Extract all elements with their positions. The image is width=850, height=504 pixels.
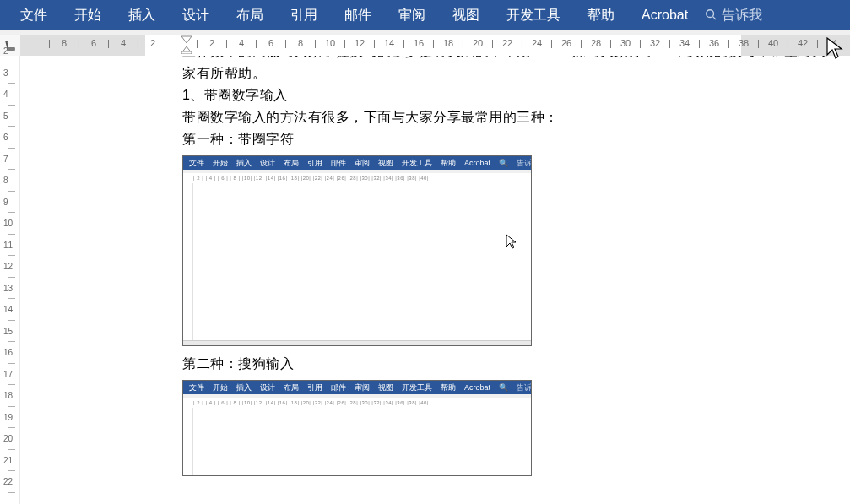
svg-marker-2 bbox=[181, 36, 192, 43]
ribbon-tab-references[interactable]: 引用 bbox=[277, 0, 331, 30]
mini-hruler: | 2 | | 4 | | 6 | | 8 | |10| |12| |14| |… bbox=[183, 398, 531, 408]
ribbon-tab-developer[interactable]: 开发工具 bbox=[493, 0, 574, 30]
svg-rect-4 bbox=[181, 51, 192, 54]
ribbon-tab-view[interactable]: 视图 bbox=[439, 0, 493, 30]
horizontal-ruler-area: 8|6|4|2|2|4|6|8|10|12|14|16|18|20|22|24|… bbox=[0, 35, 850, 56]
vertical-ruler[interactable]: 2345678910111213141516171819202122 bbox=[0, 56, 20, 504]
ribbon-tab-acrobat[interactable]: Acrobat bbox=[628, 0, 701, 30]
ribbon: 文件 开始 插入 设计 布局 引用 邮件 审阅 视图 开发工具 帮助 Acrob… bbox=[0, 0, 850, 30]
svg-line-1 bbox=[713, 16, 717, 19]
body-text: 带圈数字输入的方法有很多，下面与大家分享最常用的三种： bbox=[182, 106, 831, 128]
horizontal-ruler[interactable]: 8|6|4|2|2|4|6|8|10|12|14|16|18|20|22|24|… bbox=[20, 35, 850, 56]
mini-search-icon: 🔍 bbox=[495, 383, 512, 392]
ribbon-tab-mailings[interactable]: 邮件 bbox=[331, 0, 385, 30]
body-text: 第二种：搜狗输入 bbox=[182, 353, 831, 375]
embedded-screenshot: 文件开始插入设计布局引用邮件审阅视图开发工具帮助Acrobat 🔍告诉我 | 2… bbox=[182, 380, 532, 476]
ribbon-tab-file[interactable]: 文件 bbox=[7, 0, 61, 30]
svg-point-0 bbox=[707, 9, 714, 17]
ribbon-tab-design[interactable]: 设计 bbox=[169, 0, 223, 30]
mini-vruler bbox=[183, 408, 193, 475]
ribbon-tab-review[interactable]: 审阅 bbox=[385, 0, 439, 30]
mini-vruler bbox=[183, 183, 193, 340]
document-page: 工作效率的高低与大家掌握技巧的多少是有关系的，本期 Word 妹与大家分享 4 … bbox=[20, 56, 831, 504]
search-icon bbox=[705, 8, 717, 23]
tell-me-search[interactable]: 告诉我 bbox=[705, 7, 762, 24]
tell-me-placeholder: 告诉我 bbox=[722, 7, 762, 24]
ribbon-tab-help[interactable]: 帮助 bbox=[574, 0, 628, 30]
mini-ribbon: 文件开始插入设计布局引用邮件审阅视图开发工具帮助Acrobat 🔍告诉我 bbox=[183, 156, 531, 170]
cursor-icon bbox=[506, 234, 517, 252]
mini-statusbar bbox=[183, 340, 531, 345]
mini-ribbon: 文件开始插入设计布局引用邮件审阅视图开发工具帮助Acrobat 🔍告诉我 bbox=[183, 381, 531, 394]
ribbon-tab-home[interactable]: 开始 bbox=[61, 0, 115, 30]
ribbon-tab-insert[interactable]: 插入 bbox=[115, 0, 169, 30]
body-text: 第一种：带圈字符 bbox=[182, 128, 831, 150]
embedded-screenshot: 文件开始插入设计布局引用邮件审阅视图开发工具帮助Acrobat 🔍告诉我 | 2… bbox=[182, 155, 532, 346]
document-canvas[interactable]: 工作效率的高低与大家掌握技巧的多少是有关系的，本期 Word 妹与大家分享 4 … bbox=[20, 56, 850, 504]
mini-hruler: | 2 | | 4 | | 6 | | 8 | |10| |12| |14| |… bbox=[183, 173, 531, 183]
ribbon-tab-layout[interactable]: 布局 bbox=[223, 0, 277, 30]
indent-marker-icon[interactable] bbox=[181, 35, 192, 54]
mini-search-icon: 🔍 bbox=[495, 159, 512, 167]
body-text: 1、带圈数字输入 bbox=[182, 84, 831, 106]
body-text: 工作效率的高低与大家掌握技巧的多少是有关系的，本期 Word 妹与大家分享 4 … bbox=[182, 56, 831, 84]
